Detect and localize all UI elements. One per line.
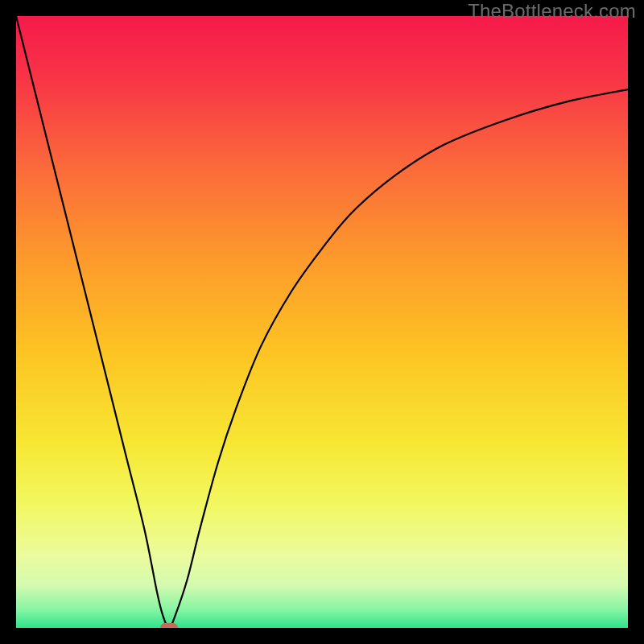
plot-area bbox=[16, 16, 628, 628]
chart-frame: TheBottleneck.com bbox=[0, 0, 644, 644]
minimum-marker bbox=[160, 623, 178, 628]
bottleneck-curve bbox=[16, 16, 628, 628]
attribution-text: TheBottleneck.com bbox=[468, 0, 636, 23]
curve-layer bbox=[16, 16, 628, 628]
